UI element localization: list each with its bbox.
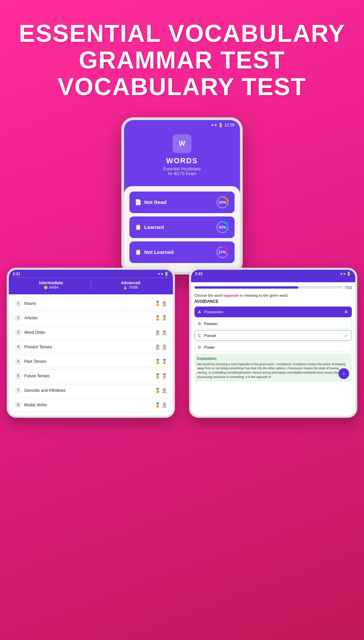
quiz-progress-container: 7/10 (194, 286, 352, 290)
right-phone-content: 7/10 Choose the word opposite in meaning… (191, 282, 355, 385)
badge-icon: 🏅 (155, 373, 160, 379)
not-read-card[interactable]: 📄 Not Read 30% (129, 192, 235, 213)
left-phone-content: 1Nouns🏅👤2Articles🏅🏅3Word Order👤👤4Present… (9, 294, 173, 416)
badge-icon: 👤 (161, 330, 167, 335)
app-icon-w: W (179, 140, 185, 147)
badge-icon: 👤 (161, 402, 167, 408)
not-learned-label: Not Learned (144, 249, 174, 255)
quiz-progress-fill (194, 286, 298, 289)
badge-icon: 👤 (155, 344, 160, 350)
list-item[interactable]: 4Present Tenses👤👤 (11, 341, 170, 353)
right-phone-header: 2:23 ▾▾🔋 (191, 270, 355, 282)
list-item[interactable]: 2Articles🏅🏅 (11, 312, 170, 324)
intermediate-score: 🌟 84/94 (13, 285, 89, 290)
list-num: 1 (14, 300, 22, 307)
not-learned-percent: 27% (219, 250, 226, 254)
list-label: Modal Verbs (24, 403, 155, 407)
explanation-box: Explanation: We would be choosing a word… (194, 354, 352, 382)
badge-icon: 🏅 (155, 301, 160, 306)
center-phone-inner: ▾▾🔋 12:59 W WORDS Essential Vocabulary f… (124, 120, 240, 272)
badge-icon: 👤 (161, 301, 167, 306)
center-phone-header: W WORDS Essential Vocabulary for IELTS E… (124, 129, 240, 186)
option-a[interactable]: A Possession ✕ (194, 307, 352, 317)
badge-icon: 👤 (161, 344, 167, 350)
list-num: 2 (14, 314, 22, 322)
left-status-icons: ▾▾🔋 (158, 272, 169, 276)
app-name: WORDS (131, 156, 233, 165)
quiz-progress-text: 7/10 (345, 286, 352, 290)
list-label: Gerunds and Infinitives (24, 388, 155, 393)
list-badges: 🏅🏅 (155, 359, 167, 364)
badge-icon: 🏅 (155, 315, 160, 321)
not-learned-circle: 27% (216, 245, 229, 259)
header-title: ESSENTIAL VOCABULARY GRAMMAR TEST VOCABU… (13, 20, 351, 100)
list-num: 8 (14, 401, 22, 409)
list-badges: 🏅👤 (155, 388, 167, 393)
list-num: 7 (14, 387, 22, 394)
list-label: Present Tenses (24, 345, 155, 349)
app-icon-box: W (173, 134, 191, 153)
quiz-test-word: AVOIDANCE (194, 299, 352, 304)
list-badges: 🏅🏅 (155, 373, 167, 379)
list-item[interactable]: 5Past Tenses🏅🏅 (11, 355, 170, 368)
not-read-circle: 30% (216, 196, 229, 209)
list-label: Articles (24, 316, 155, 320)
correct-icon: ✓ (344, 333, 348, 338)
list-label: Nouns (24, 301, 155, 306)
list-item[interactable]: 8Modal Verbs🏅👤 (11, 399, 170, 411)
learned-card[interactable]: 📋 Learned 43% (129, 216, 235, 238)
not-read-label: Not Read (144, 199, 166, 205)
option-d[interactable]: D Power (194, 343, 352, 352)
badge-icon: 🏅 (155, 402, 160, 408)
option-b[interactable]: B Passion (194, 319, 352, 328)
learned-icon: 📋 (135, 224, 142, 230)
advanced-tab[interactable]: Advanced 🏅 76/86 (92, 281, 169, 290)
not-learned-card[interactable]: 📋 Not Learned 27% (129, 241, 235, 263)
list-num: 3 (14, 329, 22, 336)
intermediate-tab[interactable]: Intermediate 🌟 84/94 (13, 281, 89, 290)
list-num: 6 (14, 372, 22, 380)
list-badges: 👤👤 (155, 344, 167, 350)
next-button[interactable]: › (338, 368, 349, 379)
explanation-text: We would be choosing a word opposite to … (197, 362, 347, 379)
learned-circle: 43% (216, 221, 229, 234)
not-read-left: 📄 Not Read (135, 199, 166, 205)
list-label: Word Order (24, 330, 155, 335)
left-phone: 2:21 ▾▾🔋 Intermediate 🌟 84/94 Advanced (7, 268, 175, 418)
left-phone-header: 2:21 ▾▾🔋 Intermediate 🌟 84/94 Advanced (9, 270, 173, 294)
quiz-progress-track (194, 286, 343, 289)
badge-icon: 🏅 (161, 315, 167, 321)
quiz-question: Choose the word opposite in meaning to t… (194, 293, 352, 298)
list-item[interactable]: 1Nouns🏅👤 (11, 297, 170, 310)
not-learned-icon: 📋 (135, 249, 142, 255)
right-status-bar: 2:23 ▾▾🔋 (195, 272, 351, 278)
advanced-score: 🏅 76/86 (92, 285, 169, 290)
option-c[interactable]: C Pursuit ✓ (194, 330, 352, 341)
intermediate-title: Intermediate (13, 281, 89, 285)
list-badges: 🏅🏅 (155, 315, 167, 321)
list-item[interactable]: 3Word Order👤👤 (11, 326, 170, 339)
right-status-icons: ▾▾🔋 (340, 272, 351, 276)
list-badges: 👤👤 (155, 330, 167, 335)
badge-icon: 🏅 (161, 359, 167, 364)
learned-label: Learned (144, 224, 164, 230)
center-phone-frame: ▾▾🔋 12:59 W WORDS Essential Vocabulary f… (121, 117, 243, 274)
badge-icon: 🏅 (155, 359, 160, 364)
list-label: Past Tenses (24, 359, 155, 364)
not-read-icon: 📄 (135, 199, 142, 205)
learned-percent: 43% (219, 225, 226, 229)
list-num: 5 (14, 358, 22, 365)
list-item[interactable]: 6Future Tenses🏅🏅 (11, 370, 170, 382)
tab-divider (91, 281, 91, 290)
center-phone-content: 📄 Not Read 30% 📋 Learne (124, 186, 240, 272)
left-tabs: Intermediate 🌟 84/94 Advanced 🏅 76/86 (13, 278, 169, 290)
badge-icon: 👤 (161, 388, 167, 393)
list-item[interactable]: 7Gerunds and Infinitives🏅👤 (11, 384, 170, 397)
left-status-bar: 2:21 ▾▾🔋 (13, 272, 169, 278)
left-status-time: 2:21 (13, 272, 20, 276)
header-section: ESSENTIAL VOCABULARY GRAMMAR TEST VOCABU… (0, 0, 364, 111)
app-subtitle: Essential Vocabulary for IELTS Exam (131, 167, 233, 176)
explanation-title: Explanation: (197, 356, 349, 361)
center-status-icons: ▾▾🔋 12:59 (211, 123, 235, 127)
not-read-percent: 30% (219, 200, 226, 204)
